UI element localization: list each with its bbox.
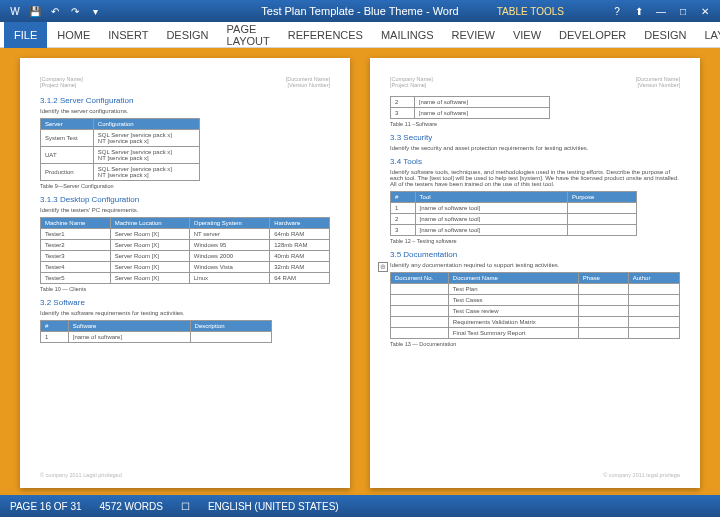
document-page-left[interactable]: [Company Name][Project Name] [Document N… (20, 58, 350, 488)
tab-table-layout[interactable]: LAYOUT (697, 25, 721, 45)
tab-table-design[interactable]: DESIGN (636, 25, 694, 45)
page-header: [Company Name][Project Name] [Document N… (390, 76, 680, 88)
section-3-4-body[interactable]: Identify software tools, techniques, and… (390, 169, 680, 187)
table-row: Tester1Server Room [X]NT server64mb RAM (41, 229, 330, 240)
table-13-caption[interactable]: Table 13 — Documentation (390, 341, 680, 347)
tab-home[interactable]: HOME (49, 25, 98, 45)
section-3-1-3-title[interactable]: 3.1.3 Desktop Configuration (40, 195, 330, 204)
section-3-2-body[interactable]: Identify the software requirements for t… (40, 310, 330, 316)
table-row: Tester5Server Room [X]Linux64 RAM (41, 273, 330, 284)
table-row: ProductionSQL Server [service pack x] NT… (41, 164, 200, 181)
word-icon: W (8, 4, 22, 18)
window-title: Test Plan Template - Blue Theme - Word (261, 5, 458, 17)
section-3-3-title[interactable]: 3.3 Security (390, 133, 680, 142)
tab-developer[interactable]: DEVELOPER (551, 25, 634, 45)
table-row: ServerConfiguration (41, 119, 200, 130)
redo-icon[interactable]: ↷ (68, 4, 82, 18)
table-row: 2[name of software] (391, 97, 550, 108)
tab-view[interactable]: VIEW (505, 25, 549, 45)
page-footer: © company 2011 Legal privileged (40, 472, 330, 478)
table-row: 3[name of software tool] (391, 225, 637, 236)
context-tab-label: TABLE TOOLS (497, 6, 564, 17)
table-row: Document No.Document NamePhaseAuthor (391, 273, 680, 284)
tab-review[interactable]: REVIEW (444, 25, 503, 45)
table-row: Test Cases (391, 295, 680, 306)
status-bar: PAGE 16 OF 31 4572 WORDS ☐ ENGLISH (UNIT… (0, 495, 720, 517)
table-row: Tester4Server Room [X]Windows Vista32mb … (41, 262, 330, 273)
table-row: Machine NameMachine LocationOperating Sy… (41, 218, 330, 229)
document-page-right[interactable]: [Company Name][Project Name] [Document N… (370, 58, 700, 488)
section-3-5-body[interactable]: Identify any documentation required to s… (390, 262, 680, 268)
close-icon[interactable]: ✕ (696, 4, 714, 18)
table-row: 3[name of software] (391, 108, 550, 119)
tab-mailings[interactable]: MAILINGS (373, 25, 442, 45)
page-header: [Company Name][Project Name] [Document N… (40, 76, 330, 88)
maximize-icon[interactable]: □ (674, 4, 692, 18)
document-workspace[interactable]: [Company Name][Project Name] [Document N… (0, 48, 720, 495)
ribbon-tabs: FILE HOME INSERT DESIGN PAGE LAYOUT REFE… (0, 22, 720, 48)
help-icon[interactable]: ? (608, 4, 626, 18)
table-software[interactable]: #SoftwareDescription 1[name of software] (40, 320, 272, 343)
status-words[interactable]: 4572 WORDS (100, 501, 163, 512)
minimize-icon[interactable]: — (652, 4, 670, 18)
table-row: #ToolPurpose (391, 192, 637, 203)
section-3-1-2-title[interactable]: 3.1.2 Server Configuration (40, 96, 330, 105)
table-11-caption[interactable]: Table 11 –Software (390, 121, 680, 127)
table-software-cont[interactable]: 2[name of software] 3[name of software] (390, 96, 550, 119)
table-12-caption[interactable]: Table 12 – Testing software (390, 238, 680, 244)
table-desktop-config[interactable]: Machine NameMachine LocationOperating Sy… (40, 217, 330, 284)
page-footer: © company 2011 legal privilege (390, 472, 680, 478)
ribbon-collapse-icon[interactable]: ⬆ (630, 4, 648, 18)
table-row: Test Case review (391, 306, 680, 317)
table-row: Test Plan (391, 284, 680, 295)
section-3-1-2-body[interactable]: Identify the server configurations. (40, 108, 330, 114)
section-3-5-title[interactable]: 3.5 Documentation (390, 250, 680, 259)
table-documentation[interactable]: Document No.Document NamePhaseAuthor Tes… (390, 272, 680, 339)
table-9-caption[interactable]: Table 9—Server Configuration (40, 183, 330, 189)
table-server-config[interactable]: ServerConfiguration System TestSQL Serve… (40, 118, 200, 181)
file-tab[interactable]: FILE (4, 22, 47, 48)
table-row: Requirements Validation Matrix (391, 317, 680, 328)
section-3-1-3-body[interactable]: Identify the testers' PC requirements. (40, 207, 330, 213)
quick-access-toolbar: W 💾 ↶ ↷ ▾ (0, 4, 110, 18)
table-row: Final Test Summary Report (391, 328, 680, 339)
table-row: Tester3Server Room [X]Windows 200040mb R… (41, 251, 330, 262)
table-row: UATSQL Server [service pack x] NT [servi… (41, 147, 200, 164)
titlebar: W 💾 ↶ ↷ ▾ Test Plan Template - Blue Them… (0, 0, 720, 22)
table-row: System TestSQL Server [service pack x] N… (41, 130, 200, 147)
header-version: [Version Number] (286, 82, 330, 88)
save-icon[interactable]: 💾 (28, 4, 42, 18)
tab-insert[interactable]: INSERT (100, 25, 156, 45)
table-10-caption[interactable]: Table 10 — Clients (40, 286, 330, 292)
undo-icon[interactable]: ↶ (48, 4, 62, 18)
section-3-2-title[interactable]: 3.2 Software (40, 298, 330, 307)
table-row: Tester2Server Room [X]Windows 95128mb RA… (41, 240, 330, 251)
table-row: #SoftwareDescription (41, 321, 272, 332)
status-spellcheck-icon[interactable]: ☐ (181, 501, 190, 512)
tab-references[interactable]: REFERENCES (280, 25, 371, 45)
table-row: 2[name of software tool] (391, 214, 637, 225)
table-tools[interactable]: #ToolPurpose 1[name of software tool] 2[… (390, 191, 637, 236)
table-anchor-icon[interactable]: ⊕ (378, 262, 388, 272)
tab-design[interactable]: DESIGN (158, 25, 216, 45)
header-project: [Project Name] (390, 82, 433, 88)
table-row: 1[name of software] (41, 332, 272, 343)
table-row: 1[name of software tool] (391, 203, 637, 214)
section-3-3-body[interactable]: Identify the security and asset protecti… (390, 145, 680, 151)
status-page[interactable]: PAGE 16 OF 31 (10, 501, 82, 512)
qat-dropdown-icon[interactable]: ▾ (88, 4, 102, 18)
tab-page-layout[interactable]: PAGE LAYOUT (219, 19, 278, 51)
header-project: [Project Name] (40, 82, 83, 88)
header-version: [Version Number] (636, 82, 680, 88)
status-language[interactable]: ENGLISH (UNITED STATES) (208, 501, 339, 512)
section-3-4-title[interactable]: 3.4 Tools (390, 157, 680, 166)
